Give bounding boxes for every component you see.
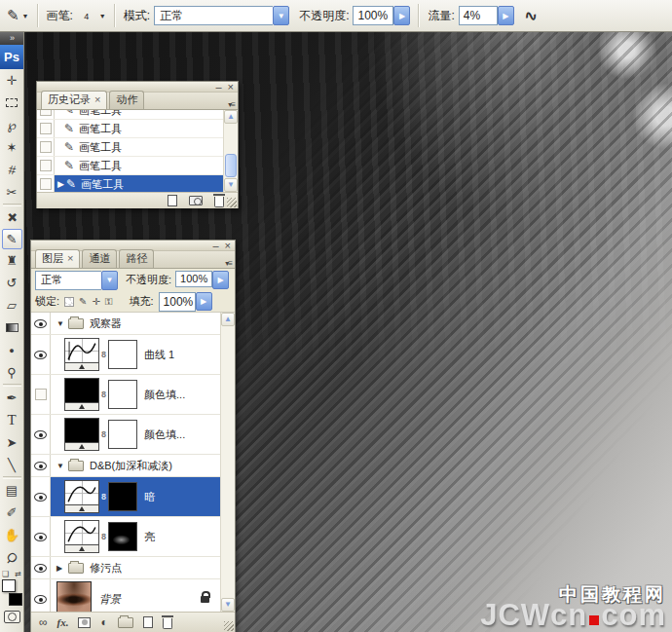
default-colors-icon[interactable]: ❏ xyxy=(2,570,9,578)
set-source-checkbox[interactable] xyxy=(37,138,55,156)
fill-slider-arrow[interactable]: ▶ xyxy=(196,292,212,311)
new-document-from-state-icon[interactable] xyxy=(168,195,177,206)
visibility-toggle[interactable] xyxy=(31,517,51,556)
layer-mask-thumbnail[interactable] xyxy=(108,522,137,551)
layer-group-row[interactable]: ▼观察器 xyxy=(31,313,221,335)
history-scrollbar[interactable]: ▲ ▼ xyxy=(223,110,238,192)
crop-tool[interactable]: # xyxy=(0,158,23,183)
scrollbar-thumb[interactable] xyxy=(225,154,237,177)
visibility-toggle[interactable] xyxy=(31,313,51,334)
blur-tool[interactable]: ● xyxy=(2,339,22,361)
minimize-icon[interactable]: – xyxy=(212,242,218,249)
expand-triangle-icon[interactable]: ▼ xyxy=(56,462,64,470)
dodge-tool[interactable]: ⚲ xyxy=(2,361,22,384)
quick-mask-button[interactable] xyxy=(4,611,20,623)
pen-tool[interactable]: ✒ xyxy=(2,387,22,409)
zoom-tool[interactable]: Ϙ xyxy=(0,542,26,573)
airbrush-toggle-icon[interactable]: ∿ xyxy=(522,4,540,27)
foreground-color-swatch[interactable] xyxy=(2,579,16,592)
layers-blend-mode-combobox[interactable]: 正常 ▼ xyxy=(35,271,118,290)
visibility-toggle[interactable] xyxy=(31,335,51,374)
close-icon[interactable]: × xyxy=(228,83,234,91)
layers-opacity-control[interactable]: 100% ▶ xyxy=(175,271,229,290)
layer-row[interactable]: 8 亮 xyxy=(31,517,221,557)
layers-opacity-input[interactable]: 100% xyxy=(175,271,212,287)
slice-tool[interactable]: ✂ xyxy=(2,181,22,204)
lock-all-icon[interactable]: ⚿ xyxy=(105,296,113,308)
notes-tool[interactable]: ▤ xyxy=(2,479,22,502)
brush-picker-dropdown-arrow[interactable]: ▼ xyxy=(99,13,106,19)
type-tool[interactable]: T xyxy=(2,409,22,431)
background-layer-row[interactable]: 背景 xyxy=(31,579,221,612)
layers-scrollbar[interactable]: ▲ ▼ xyxy=(220,313,235,612)
link-layers-icon[interactable]: ∞ xyxy=(39,615,48,629)
new-adjustment-layer-icon[interactable]: ◐ xyxy=(100,615,107,629)
set-source-checkbox[interactable] xyxy=(37,110,55,119)
background-layer-thumbnail[interactable] xyxy=(56,581,92,612)
layer-mask-thumbnail[interactable] xyxy=(108,482,137,511)
new-snapshot-icon[interactable] xyxy=(189,196,203,205)
visibility-toggle[interactable] xyxy=(31,375,51,414)
blend-mode-value[interactable]: 正常 xyxy=(154,6,273,25)
move-tool[interactable]: ✛ xyxy=(2,69,22,92)
lock-transparency-icon[interactable] xyxy=(64,297,74,307)
history-state-row[interactable]: ✎画笔工具 xyxy=(37,110,238,120)
minimize-icon[interactable]: – xyxy=(215,83,221,91)
opacity-control[interactable]: 100% ▶ xyxy=(353,6,410,25)
tab-close-icon[interactable]: × xyxy=(94,93,100,105)
collapse-triangle-icon[interactable]: ▶ xyxy=(56,564,64,573)
gradient-tool[interactable] xyxy=(2,316,22,339)
layer-mask-thumbnail[interactable] xyxy=(108,340,137,369)
lock-position-icon[interactable]: ✛ xyxy=(92,296,99,307)
background-color-swatch[interactable] xyxy=(9,593,22,606)
close-icon[interactable]: × xyxy=(225,242,231,249)
layer-group-row[interactable]: ▶修污点 xyxy=(31,557,221,579)
delete-state-icon[interactable] xyxy=(214,197,224,207)
blend-mode-combobox[interactable]: 正常 ▼ xyxy=(154,6,289,25)
expand-triangle-icon[interactable]: ▼ xyxy=(56,319,64,328)
tab-layers[interactable]: 图层× xyxy=(35,249,80,268)
set-source-checkbox[interactable] xyxy=(37,175,55,192)
visibility-toggle[interactable] xyxy=(31,415,51,454)
curves-adjustment-thumbnail[interactable] xyxy=(64,520,99,553)
history-brush-tool[interactable]: ↺ xyxy=(2,272,22,294)
magic-wand-tool[interactable]: ✶ xyxy=(2,136,22,159)
fill-input[interactable]: 100% xyxy=(159,292,196,312)
chevron-down-icon[interactable]: ▼ xyxy=(101,271,118,290)
add-layer-mask-icon[interactable] xyxy=(78,617,91,628)
visibility-toggle[interactable] xyxy=(31,557,51,578)
tab-history[interactable]: 历史记录× xyxy=(41,91,107,109)
scroll-down-icon[interactable]: ▼ xyxy=(224,178,238,192)
layer-row[interactable]: 8 曲线 1 xyxy=(31,335,221,375)
layer-row[interactable]: 8 颜色填... xyxy=(31,375,221,415)
history-state-row[interactable]: ✎画笔工具 xyxy=(37,138,238,157)
color-fill-thumbnail[interactable] xyxy=(64,418,99,451)
eraser-tool[interactable]: ▱ xyxy=(2,294,22,316)
resize-grip[interactable] xyxy=(227,198,237,207)
lasso-tool[interactable]: ℘ xyxy=(2,114,22,136)
delete-layer-icon[interactable] xyxy=(163,618,172,629)
layer-row-selected[interactable]: 8 暗 xyxy=(31,477,221,517)
chevron-down-icon[interactable]: ▼ xyxy=(273,6,289,25)
brush-size-preview[interactable]: 4 xyxy=(77,9,96,22)
set-source-checkbox[interactable] xyxy=(37,157,55,174)
visibility-toggle[interactable] xyxy=(31,579,51,612)
scroll-up-icon[interactable]: ▲ xyxy=(221,313,235,326)
layer-mask-thumbnail[interactable] xyxy=(108,380,137,409)
opacity-input[interactable]: 100% xyxy=(353,6,393,25)
layer-row[interactable]: 8 颜色填... xyxy=(31,415,221,455)
tab-channels[interactable]: 通道 xyxy=(82,249,117,268)
line-tool[interactable]: ╲ xyxy=(2,454,22,476)
curves-adjustment-thumbnail[interactable] xyxy=(64,480,99,513)
clone-stamp-tool[interactable]: ♜ xyxy=(2,249,22,272)
tab-actions[interactable]: 动作 xyxy=(109,91,144,109)
scroll-down-icon[interactable]: ▼ xyxy=(221,598,235,612)
layer-style-icon[interactable]: fx. xyxy=(57,616,69,628)
set-source-checkbox[interactable] xyxy=(37,120,55,137)
panel-menu-icon[interactable]: ▾≡ xyxy=(228,100,235,109)
layer-group-row[interactable]: ▼D&B(加深和减淡) xyxy=(31,455,221,477)
visibility-toggle[interactable] xyxy=(31,455,51,476)
panel-menu-icon[interactable]: ▾≡ xyxy=(225,259,232,268)
scroll-up-icon[interactable]: ▲ xyxy=(224,110,238,124)
curves-adjustment-thumbnail[interactable] xyxy=(64,338,99,371)
